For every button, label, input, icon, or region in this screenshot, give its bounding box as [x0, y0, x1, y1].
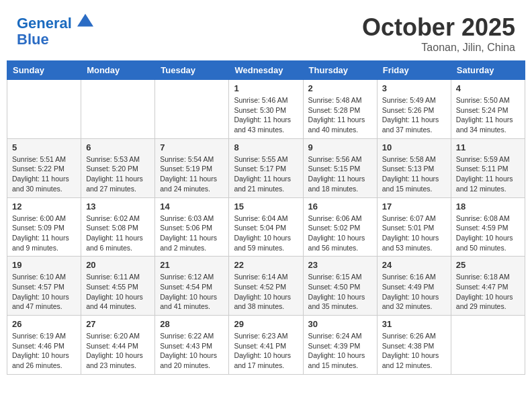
- weekday-header-sunday: Sunday: [7, 61, 81, 80]
- day-info: Sunrise: 6:18 AM Sunset: 4:47 PM Dayligh…: [456, 272, 520, 312]
- calendar-cell: 23Sunrise: 6:15 AM Sunset: 4:50 PM Dayli…: [303, 257, 377, 316]
- day-info: Sunrise: 6:14 AM Sunset: 4:52 PM Dayligh…: [234, 272, 298, 312]
- day-number: 11: [456, 142, 520, 152]
- day-info: Sunrise: 5:48 AM Sunset: 5:28 PM Dayligh…: [308, 95, 372, 135]
- day-info: Sunrise: 6:11 AM Sunset: 4:55 PM Dayligh…: [86, 272, 150, 312]
- day-number: 20: [86, 260, 150, 270]
- day-number: 17: [382, 201, 446, 212]
- day-number: 14: [160, 201, 224, 212]
- logo: General Blue: [17, 13, 93, 48]
- day-info: Sunrise: 5:53 AM Sunset: 5:20 PM Dayligh…: [86, 154, 150, 194]
- day-info: Sunrise: 5:58 AM Sunset: 5:13 PM Dayligh…: [382, 154, 446, 194]
- calendar-cell: 27Sunrise: 6:20 AM Sunset: 4:44 PM Dayli…: [81, 316, 155, 375]
- calendar-cell: [155, 80, 229, 139]
- day-info: Sunrise: 6:16 AM Sunset: 4:49 PM Dayligh…: [382, 272, 446, 312]
- calendar-week-2: 5Sunrise: 5:51 AM Sunset: 5:22 PM Daylig…: [7, 138, 525, 197]
- day-info: Sunrise: 6:26 AM Sunset: 4:38 PM Dayligh…: [382, 331, 446, 371]
- page-header: General Blue October 2025 Taonan, Jilin,…: [7, 7, 525, 57]
- day-number: 21: [160, 260, 224, 270]
- calendar-week-3: 12Sunrise: 6:00 AM Sunset: 5:09 PM Dayli…: [7, 197, 525, 257]
- day-info: Sunrise: 5:54 AM Sunset: 5:19 PM Dayligh…: [160, 154, 224, 194]
- day-number: 5: [12, 142, 76, 152]
- calendar-cell: 22Sunrise: 6:14 AM Sunset: 4:52 PM Dayli…: [229, 257, 303, 316]
- day-info: Sunrise: 6:02 AM Sunset: 5:08 PM Dayligh…: [86, 214, 150, 253]
- day-info: Sunrise: 6:24 AM Sunset: 4:39 PM Dayligh…: [308, 331, 372, 371]
- day-number: 12: [12, 201, 76, 212]
- day-number: 15: [234, 201, 298, 212]
- day-info: Sunrise: 5:50 AM Sunset: 5:24 PM Dayligh…: [456, 95, 520, 135]
- calendar-cell: 20Sunrise: 6:11 AM Sunset: 4:55 PM Dayli…: [81, 257, 155, 316]
- day-number: 4: [456, 83, 520, 93]
- weekday-header-thursday: Thursday: [303, 61, 377, 80]
- day-info: Sunrise: 5:49 AM Sunset: 5:26 PM Dayligh…: [382, 95, 446, 135]
- day-number: 3: [382, 83, 446, 93]
- day-number: 29: [234, 319, 298, 329]
- calendar-cell: 31Sunrise: 6:26 AM Sunset: 4:38 PM Dayli…: [377, 316, 451, 375]
- calendar-cell: 10Sunrise: 5:58 AM Sunset: 5:13 PM Dayli…: [377, 138, 451, 197]
- day-number: 23: [308, 260, 372, 270]
- logo-general: General: [17, 15, 72, 32]
- calendar-cell: 2Sunrise: 5:48 AM Sunset: 5:28 PM Daylig…: [303, 80, 377, 139]
- calendar-cell: 25Sunrise: 6:18 AM Sunset: 4:47 PM Dayli…: [451, 257, 525, 316]
- calendar-cell: 16Sunrise: 6:06 AM Sunset: 5:02 PM Dayli…: [303, 197, 377, 257]
- calendar-cell: [451, 316, 525, 375]
- day-info: Sunrise: 6:08 AM Sunset: 4:59 PM Dayligh…: [456, 214, 520, 253]
- day-info: Sunrise: 6:22 AM Sunset: 4:43 PM Dayligh…: [160, 331, 224, 371]
- day-number: 27: [86, 319, 150, 329]
- day-number: 6: [86, 142, 150, 152]
- calendar-cell: 8Sunrise: 5:55 AM Sunset: 5:17 PM Daylig…: [229, 138, 303, 197]
- calendar-cell: 12Sunrise: 6:00 AM Sunset: 5:09 PM Dayli…: [7, 197, 81, 257]
- day-info: Sunrise: 6:03 AM Sunset: 5:06 PM Dayligh…: [160, 214, 224, 253]
- day-number: 26: [12, 319, 76, 329]
- calendar-cell: [7, 80, 81, 139]
- day-info: Sunrise: 5:59 AM Sunset: 5:11 PM Dayligh…: [456, 154, 520, 194]
- calendar-table: SundayMondayTuesdayWednesdayThursdayFrid…: [7, 60, 525, 375]
- day-number: 13: [86, 201, 150, 212]
- calendar-cell: 1Sunrise: 5:46 AM Sunset: 5:30 PM Daylig…: [229, 80, 303, 139]
- day-number: 24: [382, 260, 446, 270]
- calendar-cell: 28Sunrise: 6:22 AM Sunset: 4:43 PM Dayli…: [155, 316, 229, 375]
- day-info: Sunrise: 6:23 AM Sunset: 4:41 PM Dayligh…: [234, 331, 298, 371]
- calendar-cell: 17Sunrise: 6:07 AM Sunset: 5:01 PM Dayli…: [377, 197, 451, 257]
- day-info: Sunrise: 6:19 AM Sunset: 4:46 PM Dayligh…: [12, 331, 76, 371]
- weekday-header-row: SundayMondayTuesdayWednesdayThursdayFrid…: [7, 61, 525, 80]
- day-number: 25: [456, 260, 520, 270]
- weekday-header-tuesday: Tuesday: [155, 61, 229, 80]
- day-number: 2: [308, 83, 372, 93]
- calendar-cell: 30Sunrise: 6:24 AM Sunset: 4:39 PM Dayli…: [303, 316, 377, 375]
- day-number: 8: [234, 142, 298, 152]
- calendar-week-1: 1Sunrise: 5:46 AM Sunset: 5:30 PM Daylig…: [7, 80, 525, 139]
- calendar-cell: 21Sunrise: 6:12 AM Sunset: 4:54 PM Dayli…: [155, 257, 229, 316]
- calendar-cell: 7Sunrise: 5:54 AM Sunset: 5:19 PM Daylig…: [155, 138, 229, 197]
- calendar-cell: 18Sunrise: 6:08 AM Sunset: 4:59 PM Dayli…: [451, 197, 525, 257]
- calendar-cell: 29Sunrise: 6:23 AM Sunset: 4:41 PM Dayli…: [229, 316, 303, 375]
- calendar-cell: 4Sunrise: 5:50 AM Sunset: 5:24 PM Daylig…: [451, 80, 525, 139]
- day-info: Sunrise: 6:12 AM Sunset: 4:54 PM Dayligh…: [160, 272, 224, 312]
- weekday-header-saturday: Saturday: [451, 61, 525, 80]
- day-info: Sunrise: 5:56 AM Sunset: 5:15 PM Dayligh…: [308, 154, 372, 194]
- day-info: Sunrise: 6:04 AM Sunset: 5:04 PM Dayligh…: [234, 214, 298, 253]
- calendar-cell: 14Sunrise: 6:03 AM Sunset: 5:06 PM Dayli…: [155, 197, 229, 257]
- day-info: Sunrise: 6:15 AM Sunset: 4:50 PM Dayligh…: [308, 272, 372, 312]
- calendar-cell: 19Sunrise: 6:10 AM Sunset: 4:57 PM Dayli…: [7, 257, 81, 316]
- logo-blue: Blue: [17, 32, 93, 48]
- title-block: October 2025 Taonan, Jilin, China: [362, 13, 515, 54]
- logo-text: General: [17, 13, 93, 32]
- day-info: Sunrise: 6:10 AM Sunset: 4:57 PM Dayligh…: [12, 272, 76, 312]
- day-number: 28: [160, 319, 224, 329]
- calendar-cell: 15Sunrise: 6:04 AM Sunset: 5:04 PM Dayli…: [229, 197, 303, 257]
- day-number: 18: [456, 201, 520, 212]
- logo-icon: [77, 13, 93, 27]
- day-info: Sunrise: 6:06 AM Sunset: 5:02 PM Dayligh…: [308, 214, 372, 253]
- calendar-cell: 13Sunrise: 6:02 AM Sunset: 5:08 PM Dayli…: [81, 197, 155, 257]
- day-info: Sunrise: 6:20 AM Sunset: 4:44 PM Dayligh…: [86, 331, 150, 371]
- weekday-header-friday: Friday: [377, 61, 451, 80]
- day-number: 7: [160, 142, 224, 152]
- calendar-cell: 3Sunrise: 5:49 AM Sunset: 5:26 PM Daylig…: [377, 80, 451, 139]
- day-number: 30: [308, 319, 372, 329]
- location-title: Taonan, Jilin, China: [362, 42, 515, 54]
- calendar-cell: 11Sunrise: 5:59 AM Sunset: 5:11 PM Dayli…: [451, 138, 525, 197]
- weekday-header-monday: Monday: [81, 61, 155, 80]
- day-number: 9: [308, 142, 372, 152]
- day-number: 1: [234, 83, 298, 93]
